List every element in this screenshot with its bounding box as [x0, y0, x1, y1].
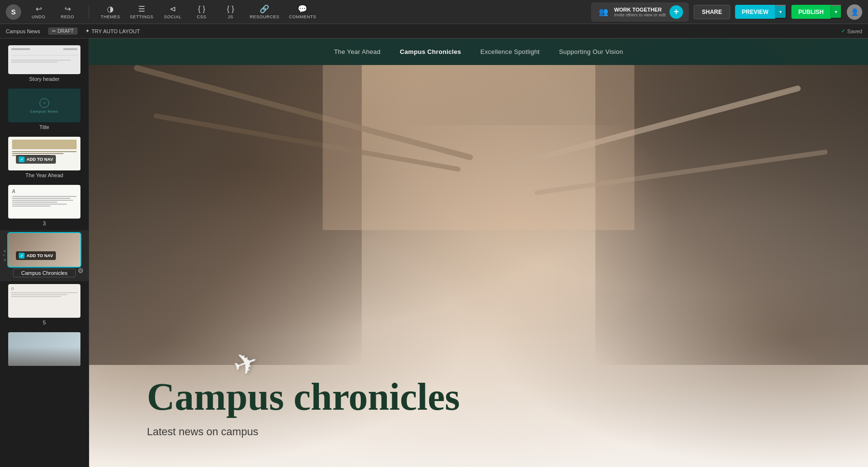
checkbox-5[interactable]: ✓ — [19, 253, 25, 259]
text-page-thumb: A — [8, 185, 80, 219]
main-layout: Story header ✦ Campus News Title — [0, 39, 868, 467]
page-thumbnail-5: ✓ ADD TO NAV — [8, 233, 80, 267]
toolbar-actions: ↩ UNDO ↪ REDO ◑ THEMES ☰ SETTINGS ⊲ SOCI… — [29, 5, 591, 19]
nav-item-4[interactable]: Supporting Our Vision — [559, 48, 623, 55]
work-together-button[interactable]: 👥 WORK TOGETHER Invite others to view or… — [591, 2, 689, 22]
page-thumbnail-4: A — [8, 185, 80, 219]
comments-icon: 💬 — [298, 5, 307, 13]
sidebar-item-3[interactable]: ✓ ADD TO NAV The Year Ahead — [0, 134, 89, 182]
add-to-nav-5[interactable]: ✓ ADD TO NAV — [16, 251, 56, 260]
nav-item-3[interactable]: Excellence Spotlight — [480, 48, 539, 55]
website-preview: ✈ Campus chronicles Latest news on campu… — [89, 39, 868, 467]
people-scene — [89, 65, 868, 365]
page-thumbnail-1 — [8, 45, 80, 74]
preview-nav: The Year Ahead Campus Chronicles Excelle… — [89, 39, 868, 65]
page5-thumb: O — [8, 284, 80, 318]
redo-button[interactable]: ↪ REDO — [58, 5, 77, 19]
check-icon: ✓ — [841, 28, 845, 34]
draft-badge: ✏ DRAFT — [48, 27, 78, 35]
logo-icon[interactable]: S — [6, 4, 21, 20]
sidebar-item-4[interactable]: A 3 — [0, 182, 89, 230]
edit-icon: ✏ — [52, 28, 56, 34]
logo-small: ✦ — [39, 98, 49, 108]
page-thumbnail-3: ✓ ADD TO NAV — [8, 137, 80, 170]
sidebar-item-1[interactable]: Story header — [0, 42, 89, 86]
comments-button[interactable]: 💬 COMMENTS — [289, 5, 316, 19]
css-button[interactable]: { } CSS — [192, 5, 211, 19]
settings-icon: ☰ — [137, 5, 146, 13]
resources-icon: 🔗 — [260, 5, 269, 13]
checkbox-3[interactable]: ✓ — [19, 156, 25, 162]
page-thumbnail-6: O — [8, 284, 80, 318]
second-bar: Campus News ✏ DRAFT ✦ TRY AUTO LAYOUT ✓ … — [0, 24, 868, 39]
work-together-text: WORK TOGETHER Invite others to view or e… — [614, 7, 666, 17]
year-ahead-thumb — [8, 137, 80, 170]
page-6-label: 5 — [4, 320, 85, 326]
js-icon: { } — [226, 5, 235, 13]
drag-handle[interactable]: ▲ ≡ ▼ — [3, 249, 7, 262]
hero-text-container: Campus chronicles Latest news on campus — [147, 376, 772, 438]
social-button[interactable]: ⊲ SOCIAL — [163, 5, 183, 19]
themes-button[interactable]: ◑ THEMES — [101, 5, 120, 19]
page-name: Campus News — [6, 28, 40, 34]
auto-layout-button[interactable]: ✦ TRY AUTO LAYOUT — [85, 28, 140, 34]
publish-dropdown-button[interactable]: ▾ — [830, 5, 842, 19]
plus-button[interactable]: + — [670, 5, 683, 19]
social-icon: ⊲ — [169, 5, 177, 13]
page-5-label — [4, 269, 85, 278]
page-7-label — [4, 368, 85, 369]
page6-thumb — [8, 332, 80, 366]
js-button[interactable]: { } JS — [221, 5, 240, 19]
add-to-nav-3[interactable]: ✓ ADD TO NAV — [16, 155, 56, 164]
publish-btn-group: PUBLISH ▾ — [791, 5, 842, 19]
user-avatar[interactable]: 👤 — [847, 4, 862, 20]
page-1-label: Story header — [4, 76, 85, 83]
canvas-area: ✈ Campus chronicles Latest news on campu… — [89, 39, 868, 467]
page-5-name-input[interactable] — [13, 269, 76, 277]
sidebar-item-7[interactable] — [0, 329, 89, 372]
themes-icon: ◑ — [106, 5, 115, 13]
css-icon: { } — [197, 5, 206, 13]
nav-item-2[interactable]: Campus Chronicles — [400, 48, 461, 55]
nav-item-1[interactable]: The Year Ahead — [334, 48, 381, 55]
page-thumbnail-7 — [8, 332, 80, 366]
sidebar-item-5[interactable]: 🗑 ⧉ ▲ ≡ ▼ ✓ ADD TO NAV — [0, 230, 89, 281]
page-3-label: The Year Ahead — [4, 172, 85, 179]
undo-button[interactable]: ↩ UNDO — [29, 5, 48, 19]
wand-icon: ✦ — [85, 28, 90, 34]
story-header-thumb — [8, 45, 80, 74]
page-thumbnail-2: ✦ Campus News — [8, 89, 80, 122]
work-together-icon: 👥 — [597, 7, 610, 17]
sidebar-item-2[interactable]: ✦ Campus News Title — [0, 86, 89, 134]
sidebar-item-6[interactable]: O 5 — [0, 281, 89, 329]
preview-button[interactable]: PREVIEW — [735, 5, 775, 19]
undo-icon: ↩ — [34, 5, 43, 13]
hero-title: Campus chronicles — [147, 376, 772, 418]
settings-button[interactable]: ☰ SETTINGS — [130, 5, 154, 19]
hero-subtitle: Latest news on campus — [147, 426, 772, 438]
publish-button[interactable]: PUBLISH — [791, 5, 830, 19]
saved-indicator: ✓ Saved — [841, 28, 862, 34]
sidebar: Story header ✦ Campus News Title — [0, 39, 89, 467]
campus-chronicles-thumb — [8, 233, 80, 267]
gear-icon[interactable]: ⚙ — [78, 267, 84, 274]
toolbar-right: 👥 WORK TOGETHER Invite others to view or… — [591, 2, 862, 22]
preview-btn-group: PREVIEW ▾ — [735, 5, 787, 19]
hero-area: ✈ Campus chronicles Latest news on campu… — [89, 39, 868, 467]
share-button[interactable]: SHARE — [694, 5, 730, 19]
divider-1 — [89, 5, 89, 19]
redo-icon: ↪ — [63, 5, 72, 13]
preview-dropdown-button[interactable]: ▾ — [775, 5, 787, 19]
toolbar: S ↩ UNDO ↪ REDO ◑ THEMES ☰ SETTINGS ⊲ SO… — [0, 0, 868, 24]
page-4-label: 3 — [4, 221, 85, 227]
page-2-label: Title — [4, 124, 85, 131]
resources-button[interactable]: 🔗 RESOURCES — [250, 5, 280, 19]
title-thumb: ✦ Campus News — [8, 89, 80, 122]
